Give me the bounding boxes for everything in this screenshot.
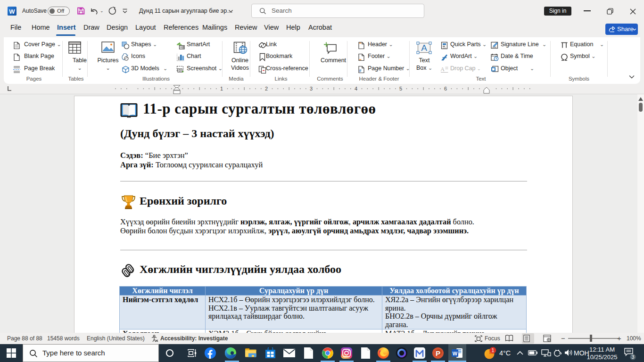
svg-text:P: P bbox=[436, 349, 440, 357]
svg-text:1: 1 bbox=[492, 347, 495, 353]
svg-text:1: 1 bbox=[220, 86, 223, 91]
svg-text:A: A bbox=[421, 43, 427, 53]
svg-text:A: A bbox=[440, 66, 445, 73]
svg-text:#: # bbox=[359, 68, 361, 73]
svg-text:5: 5 bbox=[399, 86, 402, 91]
svg-text:6: 6 bbox=[444, 86, 447, 91]
svg-text:W: W bbox=[453, 351, 458, 356]
svg-text:4: 4 bbox=[355, 86, 357, 91]
svg-text:W: W bbox=[9, 8, 15, 15]
svg-text:3: 3 bbox=[632, 354, 635, 360]
svg-text:3: 3 bbox=[310, 86, 313, 91]
svg-text:2: 2 bbox=[265, 86, 268, 91]
